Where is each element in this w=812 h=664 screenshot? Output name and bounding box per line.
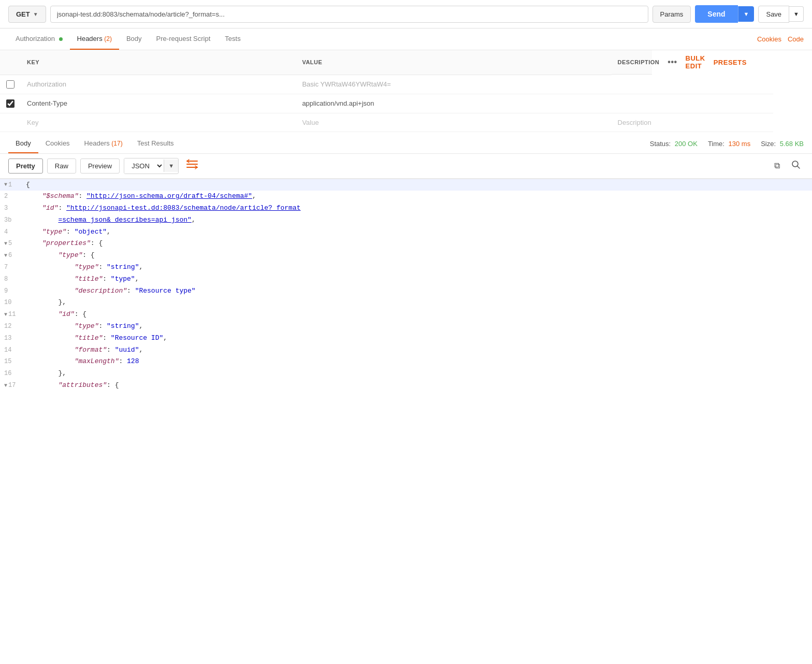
right-links: Cookies Code — [757, 35, 804, 43]
code-line: 2 "$schema": "http://json-schema.org/dra… — [0, 191, 812, 203]
tab-pre-request-label: Pre-request Script — [156, 35, 211, 42]
collapse-arrow[interactable]: ▼ — [4, 252, 7, 260]
collapse-arrow[interactable]: ▼ — [4, 311, 7, 319]
row-key-placeholder-cell[interactable]: Key — [21, 113, 296, 132]
line-number: 8 — [0, 273, 26, 284]
search-icon — [791, 162, 801, 171]
code-line: 14 "format": "uuid", — [0, 344, 812, 356]
send-group: Send ▼ — [695, 5, 754, 23]
headers-table-header-row: KEY VALUE DESCRIPTION ••• Bulk Edit Pres… — [0, 50, 812, 75]
presets-link[interactable]: Presets — [714, 59, 747, 66]
format-toolbar-right: ⧉ — [771, 158, 804, 174]
collapse-arrow[interactable]: ▼ — [4, 181, 7, 189]
code-line: 3b =schema_json&_describes=api_json", — [0, 214, 812, 226]
pretty-tab-button[interactable]: Pretty — [8, 158, 43, 174]
collapse-arrow[interactable]: ▼ — [4, 240, 7, 248]
line-number: ▼17 — [0, 380, 26, 391]
value-column-header: VALUE — [296, 50, 611, 75]
tab-response-cookies-label: Cookies — [46, 139, 70, 147]
row-value-cell[interactable]: application/vnd.api+json — [296, 94, 611, 113]
line-content: "title": "type", — [26, 273, 812, 285]
send-dropdown-button[interactable]: ▼ — [738, 6, 755, 22]
tab-test-results[interactable]: Test Results — [130, 134, 181, 153]
line-number: 16 — [0, 368, 26, 379]
line-content: "properties": { — [26, 238, 812, 250]
code-line: 10 }, — [0, 297, 812, 309]
code-line: ▼1{ — [0, 179, 812, 191]
line-content: "format": "uuid", — [26, 344, 812, 356]
line-content: }, — [26, 368, 812, 380]
tab-response-headers[interactable]: Headers (17) — [77, 134, 130, 153]
svg-line-4 — [798, 166, 800, 168]
format-toolbar: Pretty Raw Preview JSON XML HTML Text ▼ … — [0, 154, 812, 179]
code-line: 16 }, — [0, 368, 812, 380]
tab-response-body[interactable]: Body — [8, 134, 38, 153]
row-value-placeholder-cell[interactable]: Value — [296, 113, 611, 132]
code-line: ▼5 "properties": { — [0, 238, 812, 250]
bulk-edit-link[interactable]: Bulk Edit — [686, 54, 705, 70]
more-options-icon[interactable]: ••• — [668, 57, 677, 67]
code-line: 8 "title": "type", — [0, 273, 812, 285]
row-checkbox-cell[interactable] — [0, 75, 21, 94]
line-content: "type": "string", — [26, 262, 812, 273]
tab-headers[interactable]: Headers (2) — [70, 28, 119, 50]
code-line: 4 "type": "object", — [0, 226, 812, 238]
line-number: 10 — [0, 297, 26, 308]
line-content: "id": "http://jsonapi-test.dd:8083/schem… — [26, 203, 812, 214]
line-content: }, — [26, 297, 812, 309]
tab-response-cookies[interactable]: Cookies — [38, 134, 77, 153]
code-line: 12 "type": "string", — [0, 321, 812, 333]
copy-button[interactable]: ⧉ — [771, 158, 783, 174]
tab-tests[interactable]: Tests — [218, 28, 248, 50]
code-editor[interactable]: ▼1{2 "$schema": "http://json-schema.org/… — [0, 179, 812, 392]
tab-response-body-label: Body — [16, 139, 31, 147]
url-input[interactable] — [50, 6, 648, 23]
code-link[interactable]: Code — [788, 35, 804, 43]
line-content: =schema_json&_describes=api_json", — [26, 214, 812, 226]
filter-icon-button[interactable] — [183, 158, 201, 174]
collapse-arrow[interactable]: ▼ — [4, 382, 7, 390]
line-number: ▼6 — [0, 250, 26, 261]
response-tabs-bar: Body Cookies Headers (17) Test Results S… — [0, 132, 812, 154]
save-group: Save ▼ — [758, 6, 804, 23]
cookies-link[interactable]: Cookies — [757, 35, 781, 43]
toolbar: GET ▼ Params Send ▼ Save ▼ — [0, 0, 812, 28]
row-checkbox[interactable] — [6, 99, 15, 108]
line-number: 13 — [0, 333, 26, 343]
status-value: 200 OK — [675, 140, 698, 148]
tab-body[interactable]: Body — [119, 28, 149, 50]
status-label: Status: 200 OK — [650, 140, 698, 148]
row-description-placeholder-cell[interactable]: Description — [612, 113, 773, 132]
tab-pre-request-script[interactable]: Pre-request Script — [149, 28, 218, 50]
method-chevron-icon: ▼ — [33, 11, 38, 17]
line-content: "attributes": { — [26, 380, 812, 392]
save-button[interactable]: Save — [758, 6, 789, 23]
row-description-cell[interactable] — [612, 75, 773, 94]
line-number: 12 — [0, 321, 26, 331]
row-key-cell[interactable]: Content-Type — [21, 94, 296, 113]
line-content: "$schema": "http://json-schema.org/draft… — [26, 191, 812, 203]
row-key-cell[interactable]: Authorization — [21, 75, 296, 94]
search-button[interactable] — [788, 158, 804, 174]
send-button[interactable]: Send — [695, 5, 737, 23]
row-checkbox[interactable] — [6, 80, 15, 89]
method-label: GET — [16, 10, 30, 18]
line-number: ▼11 — [0, 309, 26, 320]
line-number: 15 — [0, 356, 26, 367]
row-value-cell[interactable]: Basic YWRtaW46YWRtaW4= — [296, 75, 611, 94]
preview-tab-button[interactable]: Preview — [80, 158, 120, 174]
method-button[interactable]: GET ▼ — [8, 6, 46, 23]
format-select[interactable]: JSON XML HTML Text — [124, 158, 164, 174]
format-select-chevron-icon[interactable]: ▼ — [164, 160, 178, 172]
tab-authorization[interactable]: Authorization — [8, 28, 70, 50]
line-content: "description": "Resource type" — [26, 285, 812, 297]
tab-response-headers-label: Headers — [84, 139, 112, 147]
params-button[interactable]: Params — [653, 6, 691, 23]
raw-tab-button[interactable]: Raw — [47, 158, 76, 174]
row-description-cell[interactable] — [612, 94, 773, 113]
format-select-group: JSON XML HTML Text ▼ — [124, 158, 179, 174]
save-dropdown-button[interactable]: ▼ — [789, 6, 804, 22]
checkbox-col-header — [0, 50, 21, 75]
line-number: 3b — [0, 214, 26, 225]
row-checkbox-cell[interactable] — [0, 94, 21, 113]
